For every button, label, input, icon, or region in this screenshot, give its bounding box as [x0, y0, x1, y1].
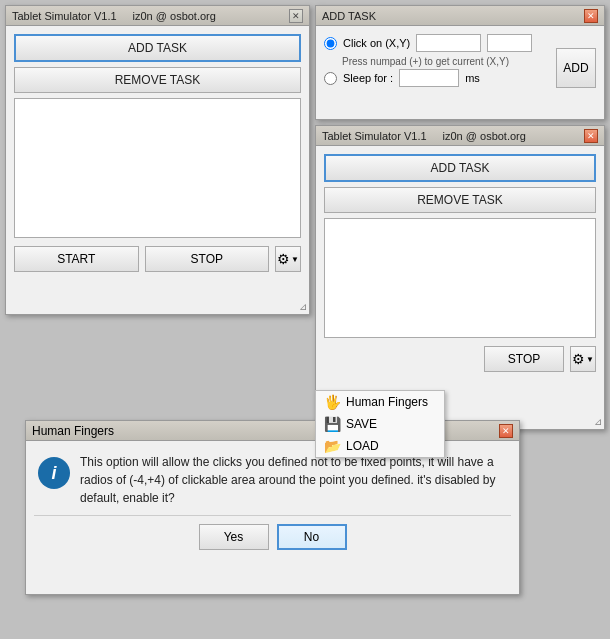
- radio-click-label: Click on (X,Y): [343, 37, 410, 49]
- window-content-1: ADD TASK REMOVE TASK START STOP ⚙ ▼: [6, 26, 309, 280]
- addtask-titlebar: ADD TASK ✕: [316, 6, 604, 26]
- menu-item-human-fingers[interactable]: 🖐 Human Fingers: [316, 391, 444, 413]
- app-title-1: Tablet Simulator V1.1: [12, 10, 117, 22]
- load-icon: 📂: [324, 438, 341, 454]
- close-button-2[interactable]: ✕: [584, 129, 598, 143]
- hf-message: This option will allow the clicks you de…: [80, 453, 507, 507]
- add-button[interactable]: ADD: [556, 48, 596, 88]
- start-button-1[interactable]: START: [14, 246, 139, 272]
- hf-content: i This option will allow the clicks you …: [26, 441, 519, 515]
- hf-dialog: Human Fingers ✕ i This option will allow…: [25, 420, 520, 595]
- gear-icon-1: ⚙: [277, 251, 290, 267]
- gear-button-2[interactable]: ⚙ ▼: [570, 346, 596, 372]
- bottom-bar-2: STOP ⚙ ▼: [324, 346, 596, 372]
- app-subtitle-2: iz0n @ osbot.org: [443, 130, 526, 142]
- add-task-button-2[interactable]: ADD TASK: [324, 154, 596, 182]
- remove-task-button-2[interactable]: REMOVE TASK: [324, 187, 596, 213]
- radio-sleep-label: Sleep for :: [343, 72, 393, 84]
- stop-button-1[interactable]: STOP: [145, 246, 270, 272]
- titlebar-1: Tablet Simulator V1.1 iz0n @ osbot.org ✕: [6, 6, 309, 26]
- radio-click[interactable]: [324, 37, 337, 50]
- addtask-content: Click on (X,Y) Press numpad (+) to get c…: [316, 26, 604, 99]
- hf-buttons: Yes No: [26, 516, 519, 558]
- resize-handle-1[interactable]: ⊿: [299, 301, 307, 312]
- coord-y-input[interactable]: [487, 34, 532, 52]
- gear-arrow-2: ▼: [586, 355, 594, 364]
- addtask-title: ADD TASK: [322, 10, 376, 22]
- window-content-2: ADD TASK REMOVE TASK STOP ⚙ ▼: [316, 146, 604, 380]
- menu-item-load-label: LOAD: [346, 439, 379, 453]
- gear-button-1[interactable]: ⚙ ▼: [275, 246, 301, 272]
- gear-icon-2: ⚙: [572, 351, 585, 367]
- app-title-2: Tablet Simulator V1.1: [322, 130, 427, 142]
- menu-item-save[interactable]: 💾 SAVE: [316, 413, 444, 435]
- dropdown-menu: 🖐 Human Fingers 💾 SAVE 📂 LOAD: [315, 390, 445, 458]
- radio-sleep[interactable]: [324, 72, 337, 85]
- ms-label: ms: [465, 72, 480, 84]
- addtask-title-text: ADD TASK: [322, 10, 376, 22]
- stop-button-2[interactable]: STOP: [484, 346, 564, 372]
- yes-button[interactable]: Yes: [199, 524, 269, 550]
- no-button[interactable]: No: [277, 524, 347, 550]
- main-window-1: Tablet Simulator V1.1 iz0n @ osbot.org ✕…: [5, 5, 310, 315]
- window-title-1: Tablet Simulator V1.1 iz0n @ osbot.org: [12, 10, 216, 22]
- info-icon: i: [38, 457, 70, 489]
- menu-item-save-label: SAVE: [346, 417, 377, 431]
- hf-close[interactable]: ✕: [499, 424, 513, 438]
- save-icon: 💾: [324, 416, 341, 432]
- hf-title: Human Fingers: [32, 424, 114, 438]
- coord-x-input[interactable]: [416, 34, 481, 52]
- menu-item-load[interactable]: 📂 LOAD: [316, 435, 444, 457]
- remove-task-button-1[interactable]: REMOVE TASK: [14, 67, 301, 93]
- addtask-dialog: ADD TASK ✕ Click on (X,Y) Press numpad (…: [315, 5, 605, 120]
- task-list-1: [14, 98, 301, 238]
- sleep-input[interactable]: [399, 69, 459, 87]
- hand-icon: 🖐: [324, 394, 341, 410]
- window-title-2: Tablet Simulator V1.1 iz0n @ osbot.org: [322, 130, 526, 142]
- close-button-1[interactable]: ✕: [289, 9, 303, 23]
- gear-arrow-1: ▼: [291, 255, 299, 264]
- hf-titlebar: Human Fingers ✕: [26, 421, 519, 441]
- add-task-button-1[interactable]: ADD TASK: [14, 34, 301, 62]
- menu-item-hf-label: Human Fingers: [346, 395, 428, 409]
- addtask-close[interactable]: ✕: [584, 9, 598, 23]
- main-window-2: Tablet Simulator V1.1 iz0n @ osbot.org ✕…: [315, 125, 605, 430]
- resize-handle-2[interactable]: ⊿: [594, 416, 602, 427]
- bottom-bar-1: START STOP ⚙ ▼: [14, 246, 301, 272]
- task-list-2: [324, 218, 596, 338]
- app-subtitle-1: iz0n @ osbot.org: [133, 10, 216, 22]
- titlebar-2: Tablet Simulator V1.1 iz0n @ osbot.org ✕: [316, 126, 604, 146]
